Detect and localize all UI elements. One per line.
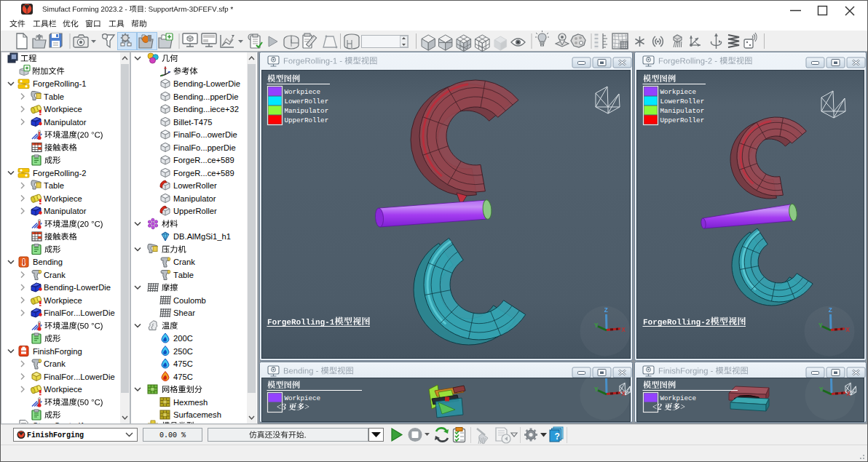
svg-text:Bending-LowerDie: Bending-LowerDie: [173, 79, 240, 88]
svg-text:Crank: Crank: [44, 359, 66, 368]
svg-text:Workpiece: Workpiece: [44, 385, 82, 394]
svg-text:Bending...iece+32: Bending...iece+32: [173, 105, 239, 113]
svg-text:0.00 %: 0.00 %: [159, 431, 186, 439]
svg-text:UpperRoller: UpperRoller: [660, 116, 705, 124]
svg-text:LowerRoller: LowerRoller: [660, 97, 705, 105]
svg-text:Coulomb: Coulomb: [173, 296, 206, 305]
svg-text:FinishForging: FinishForging: [33, 347, 82, 356]
svg-text:ForgeR...ce+589: ForgeR...ce+589: [173, 169, 234, 178]
svg-text:Shear: Shear: [173, 308, 195, 317]
svg-text:Manipulator: Manipulator: [44, 118, 87, 127]
svg-text:Bending-LowerDie: Bending-LowerDie: [44, 283, 111, 292]
svg-text:Manipulator: Manipulator: [285, 107, 329, 115]
svg-text:Table: Table: [44, 92, 64, 101]
svg-text:Workpiece: Workpiece: [44, 105, 82, 113]
svg-text:FinalFo...pperDie: FinalFo...pperDie: [173, 143, 236, 152]
svg-text:Workpiece: Workpiece: [44, 296, 82, 305]
svg-text:Workpiece: Workpiece: [660, 394, 697, 402]
svg-text:475C: 475C: [173, 373, 193, 381]
svg-text:UpperRoller: UpperRoller: [285, 116, 329, 124]
svg-text:Table: Table: [173, 271, 194, 279]
svg-text:UpperRoller: UpperRoller: [173, 207, 217, 215]
svg-text:Manipulator: Manipulator: [660, 107, 705, 115]
svg-text:Manipulator: Manipulator: [173, 194, 216, 203]
svg-text:LowerRoller: LowerRoller: [173, 181, 217, 190]
svg-text:?: ?: [555, 431, 560, 442]
svg-text:Surfacemesh: Surfacemesh: [173, 410, 221, 419]
svg-text:Workpiece: Workpiece: [285, 88, 321, 96]
svg-text:DB.AlMgSi1_h1: DB.AlMgSi1_h1: [173, 232, 231, 241]
svg-text:ForgeRolling-2: ForgeRolling-2: [33, 169, 86, 178]
svg-text:FinalFor...LowerDie: FinalFor...LowerDie: [44, 308, 115, 317]
svg-text:Workpiece: Workpiece: [44, 194, 82, 203]
svg-text:Table: Table: [44, 181, 64, 190]
svg-text:Crank: Crank: [44, 271, 66, 279]
svg-text:Workpiece: Workpiece: [285, 394, 321, 402]
svg-text:Workpiece: Workpiece: [660, 88, 697, 96]
svg-text:200C: 200C: [173, 334, 193, 343]
svg-text:Manipulator: Manipulator: [44, 207, 87, 215]
svg-text:Bending...pperDie: Bending...pperDie: [173, 92, 239, 101]
svg-text:Billet-T475: Billet-T475: [173, 118, 212, 127]
svg-text:250C: 250C: [173, 347, 193, 356]
svg-text:FinishForging: FinishForging: [27, 431, 84, 439]
svg-text:LowerRoller: LowerRoller: [285, 97, 329, 105]
svg-text:475C: 475C: [173, 359, 193, 368]
svg-text:Crank: Crank: [173, 258, 195, 266]
svg-text:FinalFo...owerDie: FinalFo...owerDie: [173, 130, 237, 139]
svg-text:Hexmesh: Hexmesh: [173, 398, 208, 407]
svg-text:ForgeR...ce+589: ForgeR...ce+589: [173, 156, 234, 164]
svg-text:ForgeRolling-1: ForgeRolling-1: [33, 79, 86, 88]
svg-text:FinalFor...LowerDie: FinalFor...LowerDie: [44, 373, 115, 381]
svg-text:Bending: Bending: [33, 258, 63, 266]
